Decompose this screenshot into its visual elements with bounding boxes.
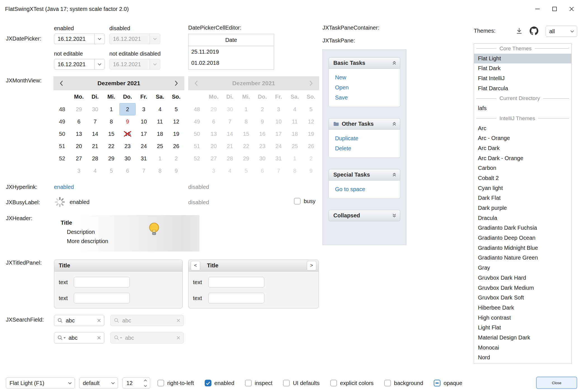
- theme-list-item[interactable]: Material Design Dark: [474, 333, 571, 343]
- theme-list-item[interactable]: Dark Flat: [474, 193, 571, 203]
- search-field-with-menu[interactable]: [54, 332, 104, 343]
- theme-list-item[interactable]: Gradianto Deep Ocean: [474, 233, 571, 243]
- taskpane-action-link[interactable]: Go to space: [335, 184, 397, 194]
- theme-list-item[interactable]: Carbon: [474, 163, 571, 173]
- day-cell[interactable]: 7: [136, 165, 152, 177]
- day-cell[interactable]: 26: [168, 140, 184, 152]
- theme-list-item[interactable]: lafs: [474, 103, 571, 113]
- spinner-up-button[interactable]: [141, 378, 150, 383]
- theme-list-item[interactable]: Gradianto Midnight Blue: [474, 243, 571, 253]
- theme-list-item[interactable]: Hiberbee Dark: [474, 303, 571, 313]
- checkbox-box[interactable]: [283, 380, 290, 386]
- day-cell[interactable]: 17: [136, 128, 152, 140]
- theme-list-item[interactable]: Arc Dark - Orange: [474, 153, 571, 163]
- day-cell[interactable]: 6: [119, 165, 136, 177]
- laf-combo[interactable]: Flat Light (F1): [6, 377, 75, 389]
- taskpane-action-link[interactable]: Save: [335, 92, 397, 103]
- theme-list-item[interactable]: Gruvbox Dark Hard: [474, 273, 571, 283]
- taskpane-header[interactable]: Other Tasks: [329, 118, 400, 130]
- day-cell[interactable]: 5: [168, 103, 184, 115]
- search-input[interactable]: [68, 334, 95, 341]
- day-cell[interactable]: 6: [71, 115, 87, 128]
- day-cell[interactable]: 29: [103, 152, 119, 165]
- datepicker-enabled[interactable]: 16.12.2021: [54, 34, 105, 44]
- search-menu-icon[interactable]: [57, 335, 66, 341]
- day-cell[interactable]: 30: [87, 103, 103, 115]
- taskpane-header[interactable]: Collapsed: [329, 210, 400, 221]
- checkbox-right-to-left[interactable]: right-to-left: [157, 380, 194, 386]
- theme-list-item[interactable]: Dark purple: [474, 203, 571, 213]
- close-window-button[interactable]: [563, 0, 580, 18]
- theme-list-item[interactable]: Flat Darcula: [474, 84, 571, 94]
- text-input[interactable]: [208, 293, 264, 303]
- day-cell[interactable]: 8: [103, 115, 119, 128]
- theme-list-item[interactable]: Gruvbox Dark Medium: [474, 283, 571, 293]
- day-cell[interactable]: 28: [87, 152, 103, 165]
- theme-list-item[interactable]: High contrast: [474, 313, 571, 323]
- day-cell[interactable]: 13: [71, 128, 87, 140]
- checkbox-box[interactable]: [157, 380, 164, 386]
- checkbox-background[interactable]: background: [384, 380, 423, 386]
- spinner-down-button[interactable]: [141, 383, 150, 388]
- day-cell[interactable]: 9: [168, 165, 184, 177]
- next-month-button[interactable]: [168, 76, 184, 90]
- theme-list-item[interactable]: Cyan light: [474, 183, 571, 193]
- checkbox-explicit-colors[interactable]: explicit colors: [330, 380, 374, 386]
- day-cell[interactable]: 1: [103, 103, 119, 115]
- checkbox-box[interactable]: [205, 380, 211, 386]
- day-cell[interactable]: 23: [119, 140, 136, 152]
- day-cell[interactable]: 30: [119, 152, 136, 165]
- chevron-down-icon[interactable]: [94, 34, 105, 44]
- clear-icon[interactable]: [97, 336, 101, 340]
- minimize-button[interactable]: [529, 0, 546, 18]
- style-combo[interactable]: default: [79, 377, 118, 389]
- hyperlink-enabled[interactable]: enabled: [54, 184, 74, 190]
- day-cell[interactable]: 22: [103, 140, 119, 152]
- day-cell[interactable]: 11: [152, 115, 168, 128]
- day-cell[interactable]: 31: [136, 152, 152, 165]
- checkbox-box[interactable]: [434, 380, 440, 386]
- checkbox-box[interactable]: [384, 380, 391, 386]
- theme-list-item[interactable]: Gradianto Dark Fuchsia: [474, 223, 571, 233]
- day-cell[interactable]: 14: [87, 128, 103, 140]
- close-button[interactable]: Close: [536, 377, 577, 389]
- maximize-button[interactable]: [546, 0, 563, 18]
- themes-filter-combo[interactable]: all: [546, 26, 577, 37]
- theme-list-item[interactable]: Arc: [474, 123, 571, 134]
- text-input[interactable]: [74, 293, 130, 303]
- day-cell[interactable]: 2: [168, 152, 184, 165]
- taskpane-action-link[interactable]: Delete: [335, 143, 397, 153]
- theme-list-item[interactable]: Nord: [474, 353, 571, 363]
- day-cell[interactable]: 27: [71, 152, 87, 165]
- text-input[interactable]: [208, 277, 264, 288]
- title-prev-button[interactable]: <: [191, 261, 200, 270]
- datepicker-not-editable[interactable]: 16.12.2021: [54, 59, 105, 70]
- theme-list-item[interactable]: Monocai: [474, 343, 571, 353]
- download-icon[interactable]: [515, 27, 523, 35]
- theme-list-item[interactable]: Arc - Orange: [474, 133, 571, 143]
- checkbox-box[interactable]: [294, 198, 301, 205]
- day-cell[interactable]: 16: [119, 128, 136, 140]
- font-size-spinner[interactable]: 12: [122, 377, 150, 389]
- theme-list-item[interactable]: Gray: [474, 263, 571, 273]
- checkbox-box[interactable]: [245, 380, 252, 386]
- day-cell[interactable]: 25: [152, 140, 168, 152]
- theme-list-item[interactable]: Gruvbox Dark Soft: [474, 293, 571, 303]
- clear-icon[interactable]: [97, 319, 101, 322]
- theme-list-item[interactable]: Cobalt 2: [474, 173, 571, 183]
- checkbox-box[interactable]: [330, 380, 337, 386]
- checkbox-UI-defaults[interactable]: UI defaults: [283, 380, 320, 386]
- checkbox-enabled[interactable]: enabled: [205, 380, 234, 386]
- checkbox-inspect[interactable]: inspect: [245, 380, 272, 386]
- day-cell[interactable]: 24: [136, 140, 152, 152]
- day-cell[interactable]: 8: [152, 165, 168, 177]
- search-input[interactable]: [65, 317, 95, 324]
- taskpane-action-link[interactable]: Duplicate: [335, 133, 397, 143]
- chevron-down-icon[interactable]: [94, 59, 105, 69]
- text-input[interactable]: [74, 277, 130, 288]
- day-cell[interactable]: 7: [87, 115, 103, 128]
- day-cell[interactable]: 4: [152, 103, 168, 115]
- day-cell[interactable]: 20: [71, 140, 87, 152]
- day-cell[interactable]: 15: [103, 128, 119, 140]
- taskpane-header[interactable]: Special Tasks: [329, 169, 400, 180]
